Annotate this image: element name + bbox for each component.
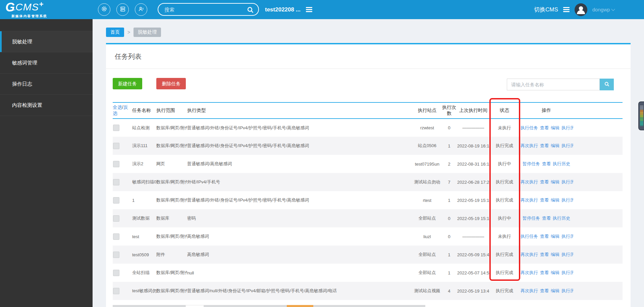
spacer-cell: [573, 264, 623, 282]
side-widget-handle[interactable]: [638, 101, 644, 130]
action-link[interactable]: 暂停任务: [523, 216, 540, 221]
row-checkbox[interactable]: [113, 125, 119, 131]
user-menu[interactable]: dongwp: [592, 7, 615, 12]
action-link[interactable]: 执行历史: [561, 252, 573, 257]
count-cell: 7: [441, 173, 457, 191]
delete-task-button[interactable]: 删除任务: [156, 78, 186, 89]
switch-cms-button[interactable]: 切换CMS: [534, 6, 558, 13]
action-link[interactable]: 执行任务: [521, 125, 538, 130]
action-link[interactable]: 执行任务: [521, 234, 538, 239]
topbar: Gpower CMS + 新媒体内容管理系统: [0, 0, 644, 19]
action-link[interactable]: 再次执行: [521, 270, 538, 275]
last-run-cell: —————: [457, 119, 489, 137]
create-task-button[interactable]: 新建任务: [113, 78, 142, 89]
action-link[interactable]: 执行历史: [561, 198, 573, 203]
last-run-cell: 2022-05-07 14:56: [457, 264, 489, 282]
action-link[interactable]: 执行历史: [561, 143, 573, 148]
action-link[interactable]: 编辑: [551, 125, 559, 130]
sidebar-item[interactable]: 操作日志: [0, 74, 93, 95]
avatar[interactable]: [575, 3, 587, 16]
task-search-input[interactable]: [507, 79, 600, 90]
action-link[interactable]: 查看: [540, 198, 549, 203]
modules-button[interactable]: [116, 3, 129, 16]
action-link[interactable]: 查看: [540, 252, 549, 257]
action-link[interactable]: 编辑: [551, 288, 559, 293]
row-checkbox[interactable]: [113, 197, 119, 204]
type-cell: 外链/IPv4/手机号: [187, 173, 413, 191]
action-link[interactable]: 编辑: [551, 252, 559, 257]
row-checkbox[interactable]: [113, 179, 119, 185]
pager-segment[interactable]: [113, 305, 185, 307]
action-link[interactable]: 编辑: [551, 270, 559, 275]
sidebar-item-label: 脱敏处理: [12, 39, 32, 44]
action-link[interactable]: 执行历史: [553, 161, 570, 166]
scope-cell: 附件: [156, 246, 187, 264]
sidebar-item[interactable]: 脱敏处理: [0, 31, 93, 52]
breadcrumb-current[interactable]: 脱敏处理: [133, 28, 161, 37]
action-link[interactable]: 执行历史: [553, 216, 570, 221]
action-link[interactable]: 执行历史: [561, 125, 573, 130]
row-checkbox[interactable]: [113, 270, 119, 276]
action-link[interactable]: 查看: [540, 179, 549, 184]
pager-segment-active[interactable]: [287, 305, 313, 307]
task-name-cell: 站点检测: [132, 119, 156, 137]
sidebar-item[interactable]: 内容检测设置: [0, 95, 93, 116]
current-site-name[interactable]: test202208 ...: [265, 6, 301, 13]
row-checkbox[interactable]: [113, 215, 119, 222]
checkbox-cell: [113, 155, 132, 173]
action-link[interactable]: 暂停任务: [523, 161, 540, 166]
action-link[interactable]: 查看: [542, 161, 551, 166]
row-checkbox[interactable]: [113, 143, 119, 149]
account-button[interactable]: [135, 3, 147, 16]
scope-cell: 数据库/网页/附件: [156, 191, 187, 209]
table-row: test敏感词勿动数据库/网页/附件普通敏感词/null/外链/身份证号/IPv…: [113, 282, 623, 300]
pagination-cutoff[interactable]: [113, 305, 425, 307]
action-link[interactable]: 查看: [540, 125, 549, 130]
sidebar-item-label: 敏感词管理: [12, 60, 37, 65]
search-icon[interactable]: [246, 6, 255, 15]
action-link[interactable]: 查看: [542, 216, 551, 221]
row-checkbox[interactable]: [113, 252, 119, 258]
site-menu-icon[interactable]: [306, 7, 312, 12]
breadcrumb-home[interactable]: 首页: [106, 28, 124, 37]
pager-segment[interactable]: [185, 305, 204, 307]
action-link[interactable]: 查看: [540, 234, 549, 239]
action-link[interactable]: 编辑: [551, 234, 559, 239]
action-link[interactable]: 再次执行: [521, 198, 538, 203]
row-checkbox[interactable]: [113, 233, 119, 240]
sidebar-item[interactable]: 敏感词管理: [0, 52, 93, 74]
action-link[interactable]: 编辑: [551, 143, 559, 148]
actions-cell: 执行任务查看编辑执行历史: [520, 119, 573, 137]
col-spacer: [573, 102, 623, 119]
select-all-link[interactable]: 全选: [113, 104, 122, 110]
action-link[interactable]: 再次执行: [521, 252, 538, 257]
action-link[interactable]: 编辑: [551, 179, 559, 184]
global-search: [158, 3, 259, 16]
col-last-run: 上次执行时间: [457, 102, 489, 119]
action-link[interactable]: 执行历史: [561, 288, 573, 293]
global-search-input[interactable]: [158, 4, 258, 15]
action-link[interactable]: 查看: [540, 288, 549, 293]
action-link[interactable]: 再次执行: [521, 143, 538, 148]
action-link[interactable]: 再次执行: [521, 288, 538, 293]
action-link[interactable]: 执行历史: [561, 179, 573, 184]
action-link[interactable]: 再次执行: [521, 179, 538, 184]
row-checkbox[interactable]: [113, 288, 119, 294]
action-link[interactable]: 查看: [540, 143, 549, 148]
row-checkbox[interactable]: [113, 161, 119, 167]
sidebar-menu: 脱敏处理敏感词管理操作日志内容检测设置: [0, 31, 93, 116]
action-link[interactable]: 执行历史: [561, 270, 573, 275]
pager-segment[interactable]: [204, 305, 287, 307]
col-status: 状态: [489, 102, 520, 119]
pager-segment[interactable]: [313, 305, 425, 307]
action-link[interactable]: 查看: [540, 270, 549, 275]
action-link[interactable]: 执行历史: [561, 234, 573, 239]
app-logo[interactable]: Gpower CMS + 新媒体内容管理系统: [5, 1, 47, 18]
task-search-button[interactable]: [600, 79, 614, 90]
search-icon: [604, 81, 610, 88]
settings-button[interactable]: [98, 3, 110, 16]
select-header: 全选/反选: [113, 102, 132, 119]
main-menu-icon[interactable]: [563, 7, 570, 12]
main-content: 首页 > 脱敏处理 任务列表 新建任务 删除任务: [93, 19, 644, 307]
action-link[interactable]: 编辑: [551, 198, 559, 203]
